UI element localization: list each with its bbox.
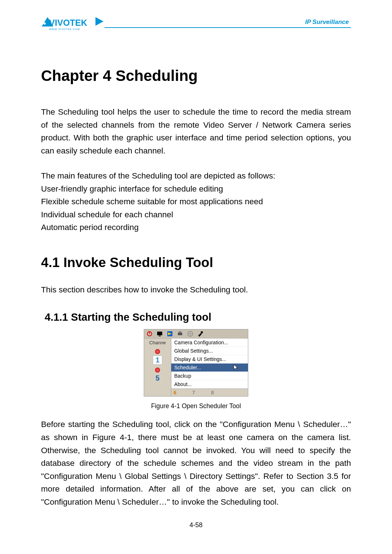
- menu-display-ui-settings[interactable]: Display & UI Settings...: [171, 355, 248, 364]
- menu-about[interactable]: About...: [171, 380, 248, 389]
- page-root: VIVOTEK WWW.VIVOTEK.COM IP Surveillance …: [0, 0, 392, 543]
- record-led-icon: [155, 368, 160, 373]
- section-body: This section describes how to invoke the…: [41, 283, 351, 296]
- chapter-intro-paragraph: The Scheduling tool helps the user to sc…: [41, 106, 351, 157]
- page-header: VIVOTEK WWW.VIVOTEK.COM IP Surveillance: [41, 13, 351, 34]
- features-block: The main features of the Scheduling tool…: [41, 169, 351, 234]
- globe-icon[interactable]: [187, 331, 193, 337]
- screenshot-bottom-bar: 6 7 8: [171, 389, 248, 396]
- section-title: 4.1 Invoke Scheduling Tool: [41, 255, 351, 270]
- channel-label: Channe: [149, 340, 166, 345]
- body-paragraph-2: Before starting the Scheduling tool, cli…: [41, 418, 351, 508]
- feature-line: Individual schedule for each channel: [41, 208, 351, 221]
- chapter-title: Chapter 4 Scheduling: [41, 67, 351, 85]
- menu-scheduler[interactable]: Scheduler...: [171, 364, 248, 372]
- tool-icon[interactable]: [197, 331, 204, 337]
- svg-rect-4: [157, 332, 162, 335]
- svg-point-1: [44, 22, 46, 25]
- feature-line: Flexible schedule scheme suitable for mo…: [41, 195, 351, 208]
- subsection-title: 4.1.1 Starting the Scheduling tool: [45, 311, 351, 323]
- header-rule: IP Surveillance: [105, 19, 351, 28]
- screenshot-left-panel: Channe 1 5: [144, 338, 171, 396]
- cursor-icon: [233, 364, 239, 372]
- vivotek-logo: VIVOTEK WWW.VIVOTEK.COM: [41, 13, 105, 34]
- brand-text: VIVOTEK: [49, 18, 87, 28]
- power-icon[interactable]: [146, 331, 153, 337]
- bottom-num-6: 6: [173, 390, 176, 395]
- brand-sub: WWW.VIVOTEK.COM: [49, 28, 80, 30]
- channel-1-button[interactable]: 1: [153, 356, 162, 365]
- feature-line: Automatic period recording: [41, 221, 351, 234]
- svg-point-11: [201, 331, 203, 333]
- print-icon[interactable]: [177, 331, 183, 337]
- svg-rect-8: [178, 333, 182, 335]
- flag-icon[interactable]: [167, 331, 173, 337]
- screenshot-body: Channe 1 5 Camera Configuration... Globa…: [144, 338, 248, 396]
- svg-rect-5: [159, 336, 161, 336]
- figure-caption: Figure 4-1 Open Scheduler Tool: [151, 402, 241, 410]
- monitor-icon[interactable]: [156, 331, 163, 337]
- menu-global-settings[interactable]: Global Settings...: [171, 347, 248, 355]
- feature-line: User-friendly graphic interface for sche…: [41, 182, 351, 196]
- menu-backup[interactable]: Backup: [171, 372, 248, 380]
- bottom-num-7: 7: [192, 390, 195, 395]
- screenshot-toolbar: [144, 329, 248, 338]
- menu-camera-configuration[interactable]: Camera Configuration...: [171, 338, 248, 347]
- page-number: 4-58: [41, 521, 351, 529]
- header-tag: IP Surveillance: [305, 19, 351, 27]
- channel-5-label: 5: [155, 374, 159, 382]
- screenshot-scheduler-menu: Channe 1 5 Camera Configuration... Globa…: [144, 329, 248, 397]
- svg-rect-9: [179, 331, 181, 333]
- menu-scheduler-label: Scheduler...: [174, 365, 201, 370]
- figure-wrap: Channe 1 5 Camera Configuration... Globa…: [41, 329, 351, 410]
- bottom-num-8: 8: [211, 390, 214, 395]
- features-intro: The main features of the Scheduling tool…: [41, 169, 351, 182]
- record-led-icon: [155, 349, 160, 354]
- config-menu: Camera Configuration... Global Settings.…: [171, 338, 248, 396]
